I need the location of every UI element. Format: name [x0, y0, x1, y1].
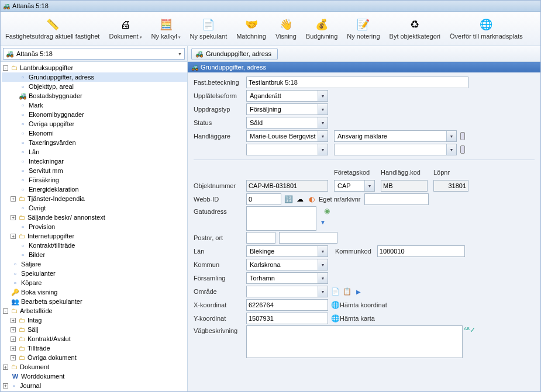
tree-label: Övriga dokument [27, 354, 77, 361]
toolbar-byt-objektkategori[interactable]: ♻ Byt objektkategori [385, 12, 445, 46]
tree-item[interactable]: ▫Servitut mm [2, 166, 187, 175]
tree-item[interactable]: +🗀Tillträde [2, 344, 187, 353]
expand-down-icon[interactable]: ▼ [320, 219, 332, 226]
cloud-icon[interactable]: ☁ [295, 195, 305, 204]
toolbar-visning[interactable]: 👋 Visning [271, 12, 301, 46]
toolbar-dokument[interactable]: 🖨 Dokument▾ [104, 12, 146, 46]
toolbar-ny-notering[interactable]: 📝 Ny notering [342, 12, 384, 46]
toolbar-budgivning[interactable]: 💰 Budgivning [301, 12, 342, 46]
foretagskod-combo[interactable]: CAP ▼ [334, 180, 375, 192]
navigation-tree[interactable]: -🗀Lantbruksuppgifter▫Grunduppgifter, adr… [1, 62, 187, 391]
number-icon[interactable]: 🔢 [284, 195, 293, 204]
tree-item[interactable]: 👥Bearbeta spekulanter [2, 297, 187, 306]
vagbeskrivning-input[interactable] [246, 325, 463, 358]
ykoord-input[interactable] [246, 313, 328, 324]
toolbar-ny-kalkyl[interactable]: 🧮 Ny kalkyl▾ [147, 12, 185, 46]
tree-item[interactable]: ▫Energideklaration [2, 185, 187, 194]
tree-item[interactable]: +🗀Kontrakt/Avslut [2, 334, 187, 344]
status-combo[interactable]: Såld ▼ [246, 117, 328, 129]
tree-item[interactable]: +🗀Dokument [2, 362, 187, 372]
tree-item[interactable]: +🗀Övriga dokument [2, 353, 187, 362]
tree-item[interactable]: WWorddokument [2, 372, 187, 381]
tree-item[interactable]: +🗀Säljande beskr/ annonstext [2, 213, 187, 222]
tree-toggle[interactable]: + [11, 234, 16, 239]
tree-label: Tjänster-Independia [27, 195, 85, 202]
tree-toggle[interactable]: + [3, 365, 8, 370]
tree-toggle[interactable]: - [3, 65, 8, 71]
tree-item[interactable]: +🗀Intag [2, 315, 187, 325]
toolbar-matchning[interactable]: 🤝 Matchning [232, 12, 271, 46]
toolbar--verf-r-till-marknadsplats[interactable]: 🌐 Överför till marknadsplats [445, 12, 528, 46]
postnr-input[interactable] [246, 232, 275, 244]
tree-item[interactable]: 🚜Bostadsbyggnader [2, 91, 187, 100]
forsamling-combo[interactable]: Torhamn ▼ [246, 272, 328, 284]
tree-toggle[interactable]: + [3, 383, 8, 388]
handlaggare2-combo[interactable]: ▼ [246, 144, 328, 155]
tree-item[interactable]: +🗀Tjänster-Independia [2, 194, 187, 203]
tree-item[interactable]: +▫Journal [2, 381, 187, 390]
mobile-icon[interactable] [460, 145, 465, 154]
tree-item[interactable]: ▫Grunduppgifter, adress [2, 72, 187, 82]
gatuadress-input[interactable] [246, 206, 316, 231]
tree-item[interactable]: ▫Provision [2, 222, 187, 231]
pie-icon[interactable]: ◐ [307, 195, 316, 204]
tree-toggle[interactable]: - [3, 308, 8, 314]
tab-grunduppgifter[interactable]: 🚜 Grunduppgifter, adress [191, 48, 278, 60]
kommunkod-input[interactable] [377, 245, 465, 257]
hamta-koordinat-link[interactable]: Hämta koordinat [340, 301, 387, 308]
hamta-karta-link[interactable]: Hämta karta [340, 315, 375, 322]
upplatelseform-combo[interactable]: Äganderätt ▼ [246, 90, 328, 102]
breadcrumb[interactable]: 🚜 Attanäs 5:18 ▼ [3, 48, 185, 60]
omrade-combo[interactable]: ▼ [246, 286, 328, 297]
tree-item[interactable]: ▫Spekulanter [2, 269, 187, 278]
tree-item[interactable]: ▫Taxeringsvärden [2, 138, 187, 147]
tree-toggle[interactable]: + [11, 196, 16, 202]
ort-input[interactable] [279, 232, 337, 244]
tree-item[interactable]: ▫Inteckningar [2, 157, 187, 166]
mobile-icon[interactable] [460, 132, 465, 140]
globe-icon[interactable]: 🌐 [330, 314, 340, 323]
tree-item[interactable]: ▫Bilder [2, 250, 187, 259]
tree-item[interactable]: ▫Försäkring [2, 175, 187, 185]
tree-item[interactable]: ▫Ekonomibyggnader [2, 110, 187, 119]
handlaggare-combo[interactable]: Marie-Louise Bergqvist ▼ [246, 130, 328, 142]
tree-item[interactable]: 🔑Boka visning [2, 287, 187, 297]
tree-toggle[interactable]: + [11, 215, 16, 220]
tree-item[interactable]: -🗀Lantbruksuppgifter [2, 63, 187, 72]
arrow-right-icon[interactable]: ▶ [354, 287, 363, 296]
tree-toggle[interactable]: + [11, 346, 16, 351]
tree-item[interactable]: +🗀Sälj [2, 325, 187, 334]
tree-item[interactable]: ▫Objekttyp, areal [2, 82, 187, 91]
copy-icon[interactable]: 📋 [342, 287, 352, 296]
tree-item[interactable]: ▫Köpare [2, 278, 187, 287]
tree-item[interactable]: -🗀Arbetsflöde [2, 306, 187, 315]
tree-item[interactable]: ▫Övriga uppgifter [2, 119, 187, 129]
spellcheck-icon[interactable]: ᴬᴮ✓ [465, 325, 474, 335]
tree-toggle[interactable]: + [11, 318, 16, 323]
ansvarig-combo[interactable]: Ansvarig mäklare ▼ [334, 130, 457, 142]
egetnr-input[interactable] [364, 193, 429, 205]
tree-toggle[interactable]: + [11, 337, 16, 342]
tree-item[interactable]: ▫Mark [2, 100, 187, 110]
tree-toggle[interactable]: + [11, 355, 16, 360]
lan-combo[interactable]: Blekinge ▼ [246, 245, 328, 257]
toolbar-ny-spekulant[interactable]: 📄 Ny spekulant [185, 12, 232, 46]
tree-item[interactable]: ▫Ekonomi [2, 129, 187, 138]
tree-toggle[interactable]: + [11, 327, 16, 332]
form-area: Fast.beteckning Upplåtelseform Äganderät… [188, 72, 540, 391]
kommun-combo[interactable]: Karlskrona ▼ [246, 259, 328, 270]
xkoord-input[interactable] [246, 299, 328, 311]
toolbar-fastighetsutdrag-aktuell-fastighet[interactable]: 📏 Fastighetsutdrag aktuell fastighet [1, 12, 104, 46]
tree-item[interactable]: +🗀Internetuppgifter [2, 231, 187, 241]
tree-item[interactable]: ▫Kontrakt/tillträde [2, 241, 187, 250]
tree-item[interactable]: ▫Lån [2, 147, 187, 157]
tree-item[interactable]: ▫Övrigt [2, 203, 187, 213]
ansvarig2-combo[interactable]: ▼ [334, 144, 457, 155]
globe-icon[interactable]: ◉ [322, 206, 332, 216]
tree-item[interactable]: ▫Säljare [2, 259, 187, 269]
fastbeteckning-input[interactable] [246, 77, 468, 88]
webbid-input[interactable] [246, 193, 281, 205]
uppdragstyp-combo[interactable]: Försäljning ▼ [246, 103, 328, 115]
new-icon[interactable]: 📄 [330, 287, 340, 296]
globe-icon[interactable]: 🌐 [330, 300, 340, 310]
